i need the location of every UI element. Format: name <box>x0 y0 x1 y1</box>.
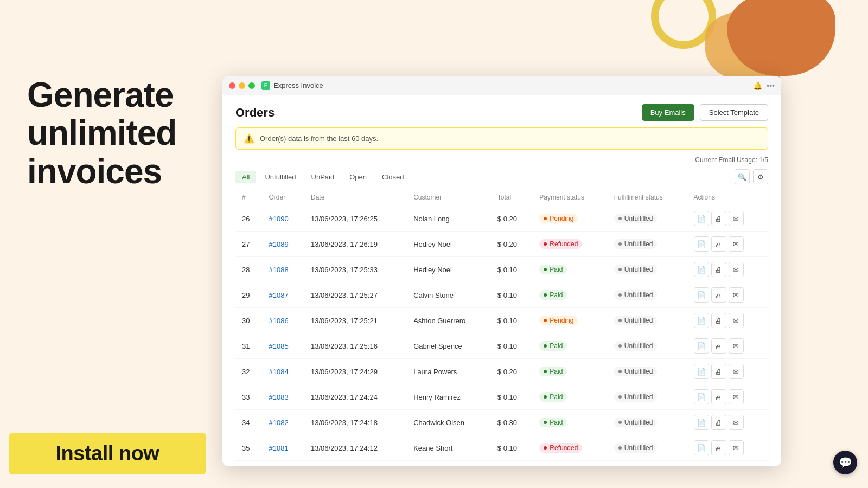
cell-num: 32 <box>235 359 263 384</box>
download-invoice-button[interactable]: 📄 <box>694 313 709 328</box>
email-button[interactable]: ✉ <box>729 338 744 354</box>
cell-num: 34 <box>235 410 263 435</box>
download-invoice-button[interactable]: 📄 <box>694 389 709 404</box>
cell-payment: Paid <box>533 359 607 384</box>
download-invoice-button[interactable]: 📄 <box>694 262 709 277</box>
fulfillment-status-dot <box>618 421 622 424</box>
payment-status-dot <box>544 395 547 399</box>
table-row: 30 #1086 13/06/2023, 17:25:21 Ashton Gue… <box>235 308 768 333</box>
action-buttons: 📄 🖨 ✉ <box>694 466 762 466</box>
cell-fulfillment: Unfulfilled <box>608 232 687 257</box>
cell-payment: Pending <box>533 206 607 232</box>
filter-button[interactable]: ⚙ <box>753 169 768 184</box>
print-button[interactable]: 🖨 <box>711 313 726 328</box>
print-button[interactable]: 🖨 <box>711 440 726 455</box>
app-icon: E <box>261 81 270 90</box>
more-options-icon[interactable]: ••• <box>767 81 775 90</box>
minimize-button[interactable] <box>239 82 245 89</box>
cell-actions: 📄 🖨 ✉ <box>687 282 768 308</box>
download-invoice-button[interactable]: 📄 <box>694 440 709 455</box>
order-link[interactable]: #1088 <box>269 266 289 274</box>
print-button[interactable]: 🖨 <box>711 415 726 430</box>
download-invoice-button[interactable]: 📄 <box>694 287 709 303</box>
cell-order: #1083 <box>263 384 304 410</box>
download-invoice-button[interactable]: 📄 <box>694 415 709 430</box>
buy-emails-button[interactable]: Buy Emails <box>642 104 694 121</box>
cell-date: 13/06/2023, 17:23:26 <box>304 461 407 467</box>
email-button[interactable]: ✉ <box>729 236 744 252</box>
table-container: # Order Date Customer Total Payment stat… <box>222 189 781 466</box>
table-row: 27 #1089 13/06/2023, 17:26:19 Hedley Noe… <box>235 232 768 257</box>
cell-actions: 📄 🖨 ✉ <box>687 333 768 359</box>
payment-status-badge: Paid <box>539 265 567 274</box>
cell-order: #1082 <box>263 410 304 435</box>
install-now-button[interactable]: Install now <box>9 433 206 474</box>
tabs-left: All Unfulfilled UnPaid Open Closed <box>235 171 410 183</box>
cell-customer: Nolan Long <box>407 206 491 232</box>
order-link[interactable]: #1087 <box>269 291 289 299</box>
cell-payment: Paid <box>533 282 607 308</box>
search-button[interactable]: 🔍 <box>735 169 750 184</box>
print-button[interactable]: 🖨 <box>711 466 726 466</box>
email-button[interactable]: ✉ <box>729 262 744 277</box>
print-button[interactable]: 🖨 <box>711 364 726 379</box>
cell-date: 13/06/2023, 17:25:16 <box>304 333 407 359</box>
select-template-button[interactable]: Select Template <box>700 104 768 121</box>
orders-header: Orders Buy Emails Select Template <box>222 95 781 127</box>
chat-bubble[interactable]: 💬 <box>833 451 857 474</box>
tab-unpaid[interactable]: UnPaid <box>305 171 341 183</box>
download-invoice-button[interactable]: 📄 <box>694 211 709 226</box>
payment-status-dot <box>544 319 547 322</box>
cell-actions: 📄 🖨 ✉ <box>687 257 768 282</box>
cell-order: #1086 <box>263 308 304 333</box>
download-invoice-button[interactable]: 📄 <box>694 236 709 252</box>
payment-status-dot <box>544 242 547 246</box>
cell-customer: Laura Powers <box>407 359 491 384</box>
email-button[interactable]: ✉ <box>729 415 744 430</box>
email-button[interactable]: ✉ <box>729 466 744 466</box>
payment-status-badge: Refunded <box>539 443 582 453</box>
cell-num: 26 <box>235 206 263 232</box>
email-button[interactable]: ✉ <box>729 313 744 328</box>
order-link[interactable]: #1084 <box>269 368 289 376</box>
email-button[interactable]: ✉ <box>729 440 744 455</box>
cell-payment: Paid <box>533 410 607 435</box>
print-button[interactable]: 🖨 <box>711 236 726 252</box>
print-button[interactable]: 🖨 <box>711 262 726 277</box>
cell-fulfillment: Unfulfilled <box>608 461 687 467</box>
order-link[interactable]: #1081 <box>269 444 289 452</box>
print-button[interactable]: 🖨 <box>711 287 726 303</box>
tab-open[interactable]: Open <box>343 171 373 183</box>
download-invoice-button[interactable]: 📄 <box>694 466 709 466</box>
download-invoice-button[interactable]: 📄 <box>694 364 709 379</box>
table-row: 29 #1087 13/06/2023, 17:25:27 Calvin Sto… <box>235 282 768 308</box>
email-button[interactable]: ✉ <box>729 364 744 379</box>
print-button[interactable]: 🖨 <box>711 338 726 354</box>
close-button[interactable] <box>229 82 235 89</box>
order-link[interactable]: #1083 <box>269 393 289 401</box>
email-button[interactable]: ✉ <box>729 211 744 226</box>
print-button[interactable]: 🖨 <box>711 389 726 404</box>
page-title: Orders <box>235 106 275 120</box>
print-button[interactable]: 🖨 <box>711 211 726 226</box>
cell-order: #1080 <box>263 461 304 467</box>
order-link[interactable]: #1086 <box>269 317 289 325</box>
email-button[interactable]: ✉ <box>729 389 744 404</box>
tab-unfulfilled[interactable]: Unfulfilled <box>258 171 302 183</box>
tab-all[interactable]: All <box>235 171 256 183</box>
bell-icon[interactable]: 🔔 <box>753 81 762 90</box>
maximize-button[interactable] <box>248 82 255 89</box>
cell-total: $ 0.30 <box>491 410 533 435</box>
action-buttons: 📄 🖨 ✉ <box>694 440 762 455</box>
order-link[interactable]: #1082 <box>269 419 289 427</box>
order-link[interactable]: #1090 <box>269 215 289 223</box>
download-invoice-button[interactable]: 📄 <box>694 338 709 354</box>
cell-num: 36 <box>235 461 263 467</box>
cell-date: 13/06/2023, 17:25:27 <box>304 282 407 308</box>
cell-customer: Kasimir Medina <box>407 461 491 467</box>
tab-closed[interactable]: Closed <box>375 171 410 183</box>
order-link[interactable]: #1089 <box>269 240 289 248</box>
email-button[interactable]: ✉ <box>729 287 744 303</box>
order-link[interactable]: #1085 <box>269 342 289 350</box>
fulfillment-status-dot <box>618 370 622 373</box>
